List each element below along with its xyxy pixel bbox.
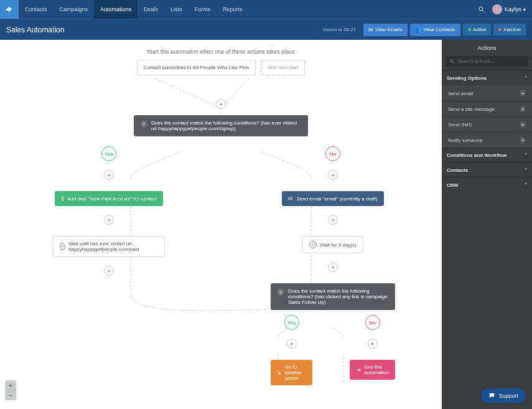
app-logo[interactable] — [0, 0, 19, 19]
nav-reports[interactable]: Reports — [217, 0, 249, 19]
svg-line-8 — [453, 62, 454, 63]
action-notify-someone[interactable]: Notify someone+ — [442, 132, 532, 148]
group-contacts[interactable]: Contacts ˅ — [442, 163, 532, 177]
plus-icon: + — [520, 106, 526, 112]
chevron-down-icon: ▾ — [523, 7, 526, 12]
inactive-toggle[interactable]: Inactive — [493, 24, 526, 35]
branch-no-pill[interactable]: No — [365, 315, 380, 330]
wait-days-node[interactable]: ⏱ Wait for 2 day(s) — [302, 236, 363, 253]
mail-icon: ✉ — [288, 195, 293, 202]
add-step-button[interactable]: + — [287, 339, 297, 349]
question-icon: ? — [277, 288, 284, 296]
add-step-button[interactable]: + — [328, 215, 338, 225]
zoom-control: + − — [5, 380, 16, 400]
sidebar-search-input[interactable] — [457, 59, 525, 64]
chevron-up-icon: ˄ — [525, 75, 527, 81]
condition-text: Does the contact match the following con… — [288, 288, 389, 305]
svg-point-7 — [450, 60, 454, 63]
group-crm[interactable]: CRM ˅ — [442, 178, 532, 192]
add-step-button[interactable]: + — [104, 215, 114, 225]
clock-icon: ⏱ — [60, 243, 65, 250]
add-step-button[interactable]: + — [328, 170, 338, 180]
action-send-site-message[interactable]: Send a site message+ — [442, 101, 532, 116]
arrow-icon: ↳ — [277, 370, 282, 376]
plus-icon: + — [520, 90, 526, 96]
plus-icon: + — [520, 121, 526, 128]
chevron-down-icon: ˅ — [525, 182, 527, 188]
end-automation-node[interactable]: ⇥ End this automation — [350, 360, 395, 380]
add-step-button[interactable]: + — [104, 266, 114, 276]
avatar — [492, 4, 502, 14]
add-step-button[interactable]: + — [328, 262, 338, 272]
wait-visit-node[interactable]: ⏱ Wait until has ever visited url happyh… — [53, 236, 165, 257]
nav-deals[interactable]: Deals — [138, 0, 164, 19]
plus-icon: + — [520, 137, 526, 143]
dollar-icon: $ — [61, 195, 64, 202]
svg-point-0 — [479, 7, 483, 11]
condition-text: Does the contact match the following con… — [151, 120, 302, 131]
user-name: Kaylyn — [505, 6, 521, 12]
condition-node-2[interactable]: ? Does the contact match the following c… — [271, 283, 395, 310]
automation-canvas[interactable]: Start this automation when one of these … — [0, 40, 442, 409]
nav-contacts[interactable]: Contacts — [19, 0, 54, 19]
svg-line-1 — [482, 11, 484, 12]
add-step-button[interactable]: + — [216, 99, 226, 109]
sidebar-search[interactable] — [446, 56, 528, 67]
branch-yes-pill[interactable]: Yes — [284, 315, 299, 330]
actions-sidebar: Actions Sending Options ˄ Send email+ Se… — [442, 40, 532, 409]
add-step-button[interactable]: + — [104, 170, 114, 180]
support-button[interactable]: Support — [481, 388, 526, 403]
branch-yes-pill[interactable]: Yes — [101, 146, 116, 161]
active-toggle[interactable]: Active — [463, 24, 492, 35]
group-conditions-workflow[interactable]: Conditions and Workflow ˅ — [442, 148, 532, 162]
action-send-email[interactable]: Send email+ — [442, 85, 532, 101]
group-sending-options[interactable]: Sending Options ˄ — [442, 71, 532, 85]
nav-automations[interactable]: Automations — [94, 0, 138, 19]
condition-node-1[interactable]: ? Does the contact match the following c… — [134, 115, 308, 136]
zoom-in-button[interactable]: + — [5, 380, 16, 390]
chat-icon — [488, 392, 495, 399]
chevron-down-icon: ˅ — [525, 167, 527, 173]
send-email-node[interactable]: ✉ Send email "email" (currently a draft) — [282, 191, 383, 206]
question-icon: ? — [140, 120, 147, 128]
nav-forms[interactable]: Forms — [189, 0, 217, 19]
user-menu[interactable]: Kaylyn ▾ — [490, 4, 532, 14]
add-trigger-button[interactable]: Add new start — [261, 60, 305, 75]
branch-no-pill[interactable]: No — [325, 146, 340, 161]
add-step-button[interactable]: + — [368, 339, 378, 349]
add-deal-node[interactable]: $ Add deal "New Paid Account" for contac… — [55, 191, 163, 206]
view-contacts-button[interactable]: 👥View Contacts — [410, 24, 460, 36]
action-send-sms[interactable]: Send SMS+ — [442, 116, 532, 132]
saved-status: Saved at 08:27 — [322, 27, 356, 32]
search-icon — [449, 59, 455, 64]
search-button[interactable] — [474, 6, 490, 13]
trigger-hint: Start this automation when one of these … — [147, 49, 295, 55]
nav-lists[interactable]: Lists — [164, 0, 189, 19]
nav-campaigns[interactable]: Campaigns — [54, 0, 95, 19]
primary-nav: Contacts Campaigns Automations Deals Lis… — [19, 0, 249, 19]
page-title: Sales Automation — [6, 26, 64, 34]
clock-icon: ⏱ — [309, 241, 317, 248]
people-icon: 👥 — [415, 27, 422, 33]
sidebar-title: Actions — [442, 40, 532, 56]
view-emails-button[interactable]: ✉View Emails — [363, 24, 407, 36]
goto-node[interactable]: ↳ Go to another action — [271, 360, 312, 385]
zoom-out-button[interactable]: − — [5, 390, 16, 400]
mail-icon: ✉ — [368, 27, 373, 33]
exit-icon: ⇥ — [356, 367, 361, 373]
trigger-box[interactable]: Contact subscribes to list People Who Li… — [137, 60, 256, 75]
chevron-down-icon: ˅ — [525, 153, 527, 158]
